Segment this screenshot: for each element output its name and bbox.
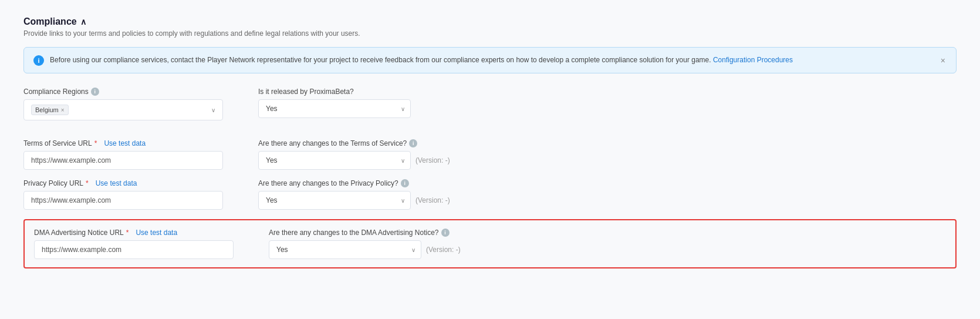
is-released-select[interactable]: Yes No [258,99,411,118]
tag-remove-icon[interactable]: × [61,107,65,113]
dma-changes-select-container: Yes No ∨ [269,240,421,259]
privacy-changes-label: Are there any changes to the Privacy Pol… [258,179,957,187]
compliance-regions-select[interactable]: Belgium × ∨ [23,99,223,120]
dma-changes-info-icon: i [441,229,450,237]
dma-advertising-row: DMA Advertising Notice URL * Use test da… [34,229,946,259]
config-procedures-link[interactable]: Configuration Procedures [713,56,793,64]
terms-changes-select[interactable]: Yes No [258,151,411,170]
is-released-group: Is it released by ProximaBeta? Yes No ∨ [258,88,957,118]
privacy-policy-url-input[interactable] [23,191,223,210]
dma-changes-label: Are there any changes to the DMA Adverti… [269,229,946,237]
compliance-regions-left: Compliance Regions i Belgium × ∨ [23,88,246,130]
privacy-changes-select[interactable]: Yes No [258,191,411,210]
dma-highlighted-section: DMA Advertising Notice URL * Use test da… [23,219,957,268]
dma-advertising-right: Are there any changes to the DMA Adverti… [257,229,946,259]
section-title: Compliance ∧ [23,16,957,27]
section-subtitle: Provide links to your terms and policies… [23,29,957,38]
compliance-regions-row: Compliance Regions i Belgium × ∨ Is it r… [23,88,957,130]
privacy-policy-left: Privacy Policy URL * Use test data [23,179,246,210]
is-released-label: Is it released by ProximaBeta? [258,88,957,96]
terms-changes-select-wrapper: Yes No ∨ (Version: -) [258,151,957,170]
dma-required-star: * [126,229,129,237]
dropdown-chevron-icon: ∨ [211,107,215,113]
privacy-version-text: (Version: -) [415,196,450,204]
info-banner: i Before using our compliance services, … [23,47,957,73]
dma-changes-select-wrapper: Yes No ∨ (Version: -) [269,240,946,259]
terms-changes-info-icon: i [409,139,417,147]
privacy-changes-select-wrapper: Yes No ∨ (Version: -) [258,191,957,210]
privacy-use-test-data-link[interactable]: Use test data [96,179,137,187]
privacy-policy-right: Are there any changes to the Privacy Pol… [246,179,957,210]
info-icon: i [33,55,44,66]
terms-changes-select-container: Yes No ∨ [258,151,411,170]
dma-advertising-url-input[interactable] [34,240,234,259]
compliance-regions-right: Is it released by ProximaBeta? Yes No ∨ [246,88,957,130]
banner-close-button[interactable]: × [937,55,949,66]
compliance-regions-info-icon: i [91,88,99,96]
is-released-select-container: Yes No ∨ [258,99,411,118]
terms-of-service-row: Terms of Service URL * Use test data Are… [23,139,957,170]
terms-required-star: * [94,139,97,147]
privacy-policy-row: Privacy Policy URL * Use test data Are t… [23,179,957,210]
section-collapse-icon[interactable]: ∧ [80,17,86,26]
terms-of-service-url-input[interactable] [23,151,223,170]
terms-of-service-label-row: Terms of Service URL * Use test data [23,139,223,147]
compliance-regions-label: Compliance Regions i [23,88,223,96]
page-container: Compliance ∧ Provide links to your terms… [0,0,980,285]
dma-version-text: (Version: -) [426,246,461,254]
terms-of-service-left: Terms of Service URL * Use test data [23,139,246,170]
belgium-tag: Belgium × [31,105,69,115]
section-title-text: Compliance [23,16,77,27]
privacy-changes-select-container: Yes No ∨ [258,191,411,210]
info-banner-text: Before using our compliance services, co… [50,55,947,65]
dma-use-test-data-link[interactable]: Use test data [136,229,177,237]
dma-advertising-left: DMA Advertising Notice URL * Use test da… [34,229,257,259]
dma-changes-select[interactable]: Yes No [269,240,421,259]
privacy-required-star: * [86,179,89,187]
privacy-changes-info-icon: i [401,179,409,187]
dma-advertising-label-row: DMA Advertising Notice URL * Use test da… [34,229,234,237]
terms-version-text: (Version: -) [415,156,450,164]
terms-changes-label: Are there any changes to the Terms of Se… [258,139,957,147]
terms-use-test-data-link[interactable]: Use test data [104,139,146,147]
privacy-policy-label-row: Privacy Policy URL * Use test data [23,179,223,187]
terms-of-service-right: Are there any changes to the Terms of Se… [246,139,957,170]
